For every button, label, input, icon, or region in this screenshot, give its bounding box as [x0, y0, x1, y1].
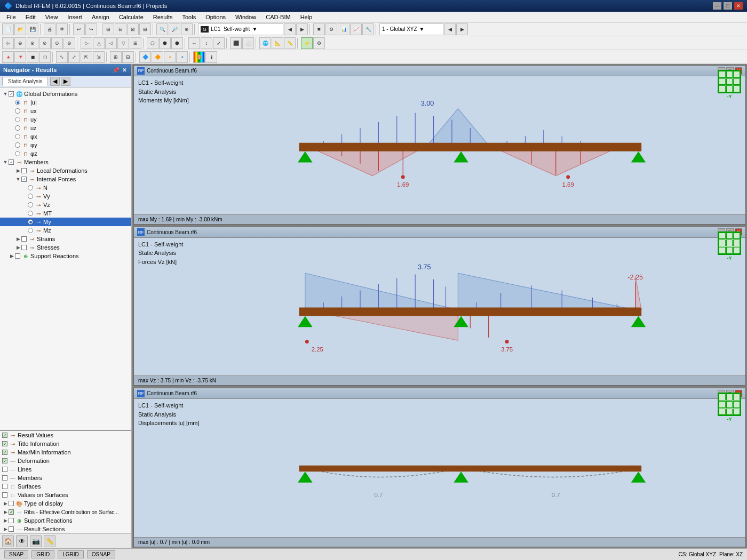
radio-phiz[interactable] [15, 151, 20, 156]
nav-ruler-btn[interactable]: 📏 [44, 535, 55, 547]
cb-ti[interactable]: ✓ [2, 441, 7, 446]
tb-zoom-in[interactable]: 🔍 [156, 23, 168, 35]
tb-next-lc[interactable]: ▶ [296, 23, 308, 35]
cb-members[interactable]: ✓ [9, 159, 14, 165]
nav-pin-button[interactable]: 📌 [112, 67, 120, 73]
tb2-3[interactable]: ⊗ [27, 37, 38, 49]
tree-N[interactable]: ⊸ N [0, 183, 131, 192]
tb2-22[interactable]: 📏 [284, 37, 296, 49]
nav-lines[interactable]: — Lines [0, 465, 131, 474]
menu-help[interactable]: Help [296, 13, 317, 21]
tb2-5[interactable]: ⊙ [51, 37, 63, 49]
tree-Vz[interactable]: ⊸ Vz [0, 201, 131, 209]
tb-scale[interactable]: ⊞ [139, 23, 151, 35]
lgrid-button[interactable]: LGRID [58, 550, 84, 558]
tb-cs-next[interactable]: ▶ [456, 23, 468, 35]
panel-shear-canvas[interactable]: 3.75 -2.25 2.25 3.75 [134, 238, 745, 376]
tree-u-abs[interactable]: ⊓ |u| [0, 98, 131, 107]
tb3-1[interactable]: 🔺 [2, 51, 14, 63]
radio-Mz[interactable] [28, 228, 33, 233]
tb2-20[interactable]: 🌐 [259, 37, 271, 49]
tb2-8[interactable]: △ [93, 37, 105, 49]
cb-td[interactable] [9, 501, 14, 506]
tree-strains[interactable]: ▶ ⊸ Strains [0, 235, 131, 243]
tb3-14[interactable]: 🔹 [176, 51, 188, 63]
tb2-6[interactable]: ⊛ [63, 37, 75, 49]
nav-close-button[interactable]: ✕ [121, 67, 128, 73]
nav-surfaces[interactable]: □ Surfaces [0, 482, 131, 491]
tree-uz[interactable]: ⊓ uz [0, 124, 131, 132]
tb2-11[interactable]: ⊞ [130, 37, 141, 49]
nav-tab-static[interactable]: Static Analysis [2, 77, 48, 86]
cb-rs[interactable] [9, 526, 14, 532]
tb-more5[interactable]: 🔧 [362, 23, 374, 35]
menu-results[interactable]: Results [149, 13, 177, 21]
tb2-17[interactable]: ⤢ [213, 37, 225, 49]
menu-cadbim[interactable]: CAD-BIM [261, 13, 295, 21]
close-button[interactable]: ✕ [734, 2, 743, 10]
tb3-9[interactable]: ⊞ [110, 51, 122, 63]
tb3-color[interactable]: 🎨 [193, 51, 205, 63]
radio-u-abs[interactable] [15, 100, 20, 105]
tb2-23[interactable]: ⚙ [313, 37, 325, 49]
panel-moments-canvas[interactable]: 3.00 1.69 1.69 [134, 76, 745, 214]
tb3-13[interactable]: 🔸 [164, 51, 176, 63]
nav-result-values[interactable]: ✓ ⊸ Result Values [0, 431, 131, 439]
tb2-18[interactable]: ⬛ [230, 37, 242, 49]
tree-MT[interactable]: ⊸ MT [0, 209, 131, 218]
radio-Vy[interactable] [28, 194, 33, 199]
tb2-21[interactable]: 📐 [272, 37, 283, 49]
tree-stresses[interactable]: ▶ ⊸ Stresses [0, 243, 131, 252]
nav-maxmin-info[interactable]: ✓ ⊸ Max/Min Information [0, 448, 131, 457]
tree-uy[interactable]: ⊓ uy [0, 115, 131, 124]
nav-eye-btn[interactable]: 👁 [16, 535, 28, 547]
menu-view[interactable]: View [41, 13, 62, 21]
menu-assign[interactable]: Assign [88, 13, 114, 21]
tb3-6[interactable]: ⤢ [68, 51, 80, 63]
nav-members-disp[interactable]: — Members [0, 474, 131, 482]
tb-zoom-out[interactable]: 🔎 [169, 23, 180, 35]
menu-options[interactable]: Options [201, 13, 230, 21]
tb-save[interactable]: 💾 [27, 23, 38, 35]
menu-window[interactable]: Window [231, 13, 260, 21]
cb-vos[interactable] [2, 492, 7, 498]
tb3-3[interactable]: ◼ [27, 51, 38, 63]
nav-forward-btn[interactable]: ▶ [61, 77, 70, 86]
tree-phiy[interactable]: ⊓ φy [0, 141, 131, 149]
tree-phiz[interactable]: ⊓ φz [0, 149, 131, 158]
radio-phiy[interactable] [15, 142, 20, 148]
cb-ribs[interactable]: ✓ [9, 509, 14, 515]
radio-N[interactable] [28, 185, 33, 190]
radio-uz[interactable] [15, 125, 20, 131]
nav-ribs[interactable]: ▶ ✓ ⊸ Ribs - Effective Contribution on S… [0, 508, 131, 516]
tree-local-def[interactable]: ▶ ⊸ Local Deformations [0, 166, 131, 175]
nav-type-display[interactable]: ▶ 🎨 Type of display [0, 499, 131, 508]
tb2-16[interactable]: ↕ [201, 37, 212, 49]
lc-dropdown[interactable]: G LC1 Self-weight ▼ [198, 23, 283, 35]
tb2-12[interactable]: ⬡ [147, 37, 158, 49]
grid-button[interactable]: GRID [31, 550, 54, 558]
cb-stresses[interactable] [21, 245, 27, 250]
tb2-13[interactable]: ⬢ [159, 37, 171, 49]
menu-tools[interactable]: Tools [178, 13, 200, 21]
menu-edit[interactable]: Edit [21, 13, 40, 21]
radio-My[interactable] [28, 219, 33, 225]
cb-if[interactable]: ✓ [21, 177, 27, 182]
tb-print[interactable]: 🖨 [44, 23, 55, 35]
tb-zoom-fit[interactable]: ⊕ [181, 23, 193, 35]
menu-insert[interactable]: Insert [63, 13, 86, 21]
radio-phix[interactable] [15, 134, 20, 139]
tree-Vy[interactable]: ⊸ Vy [0, 192, 131, 201]
osnap-button[interactable]: OSNAP [87, 550, 115, 558]
tb3-7[interactable]: ⇱ [81, 51, 92, 63]
nav-values-on-surfaces[interactable]: □ Values on Surfaces [0, 491, 131, 499]
tb-prev-lc[interactable]: ◀ [284, 23, 296, 35]
tb3-10[interactable]: ⊟ [122, 51, 134, 63]
radio-Vz[interactable] [28, 202, 33, 207]
cs-dropdown[interactable]: 1 - Global XYZ ▼ [379, 23, 443, 35]
tb2-15[interactable]: ↔ [188, 37, 200, 49]
tb2-4[interactable]: ⊘ [39, 37, 51, 49]
minimize-button[interactable]: — [713, 2, 721, 10]
tb3-2[interactable]: 🔻 [14, 51, 26, 63]
nav-support-reactions-disp[interactable]: ▶ ⊕ Support Reactions [0, 516, 131, 525]
